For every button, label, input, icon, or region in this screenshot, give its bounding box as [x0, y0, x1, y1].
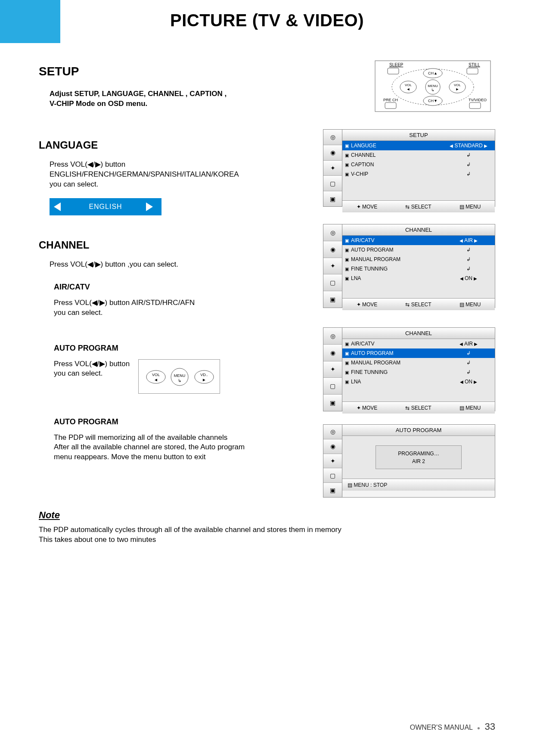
osd-row-value [445, 171, 492, 177]
language-selector-value: ENGLISH [89, 203, 122, 211]
osd-row-key: CAPTION [351, 162, 445, 168]
osd-row-value [445, 256, 492, 262]
osd-row-key: LNA [351, 275, 445, 281]
osd-sidebar-icon-5[interactable]: ▣ [323, 483, 342, 497]
enter-icon[interactable] [466, 171, 471, 177]
bullet-icon: ▣ [345, 361, 351, 365]
osd-sidebar-icon-4[interactable]: ▢ [323, 468, 342, 483]
enter-icon[interactable] [466, 369, 471, 375]
enter-icon[interactable] [466, 256, 471, 262]
arrow-left-icon[interactable]: ◀ [459, 380, 465, 384]
osd-row[interactable]: ▣V-CHIP [342, 169, 495, 179]
osd-sidebar: ◎ ◉ ✦ ▢ ▣ [323, 224, 342, 308]
osd-row[interactable]: ▣MANUAL PROGRAM [342, 255, 495, 264]
osd-sidebar-icon-4[interactable]: ▢ [323, 378, 342, 395]
osd-sidebar: ◎ ◉ ✦ ▢ ▣ [323, 130, 342, 206]
osd-row[interactable]: ▣LNA◀ON▶ [342, 274, 495, 283]
osd-row-key: CHANNEL [351, 152, 445, 158]
page-title: PICTURE (TV & VIDEO) [0, 11, 534, 30]
osd-auto-box: PROGRAMING… AIR 2 [376, 445, 462, 469]
osd-channel-1-rows: ▣AIR/CATV◀AIR▶▣AUTO PROGRAM▣MANUAL PROGR… [342, 236, 495, 283]
bullet-icon: ▣ [345, 351, 351, 356]
osd-row[interactable]: ▣AUTO PROGRAM [342, 348, 495, 358]
osd-row-key: MANUAL PROGRAM [351, 360, 445, 366]
osd-sidebar-icon-3[interactable]: ✦ [323, 361, 342, 378]
svg-text:VOL: VOL [152, 373, 160, 377]
osd-row[interactable]: ▣LNA◀ON▶ [342, 377, 495, 386]
osd-sidebar-icon-2[interactable]: ◉ [323, 145, 342, 161]
osd-row[interactable]: ▣FINE TUNNING [342, 264, 495, 274]
arrow-right-icon[interactable] [146, 202, 153, 211]
osd-sidebar-icon-1[interactable]: ◎ [323, 425, 342, 439]
osd-sidebar-icon-1[interactable]: ◎ [323, 224, 342, 241]
osd-row[interactable]: ▣CAPTION [342, 160, 495, 169]
osd-row-value [445, 162, 492, 168]
osd-row-key: AIR/CATV [351, 341, 445, 347]
osd-row-value [445, 369, 492, 375]
arrow-right-icon[interactable]: ▶ [483, 143, 489, 148]
osd-row[interactable]: ▣FINE TUNNING [342, 367, 495, 377]
osd-sidebar-icon-2[interactable]: ◉ [323, 439, 342, 454]
osd-sidebar-icon-3[interactable]: ✦ [323, 258, 342, 275]
osd-sidebar-icon-5[interactable]: ▣ [323, 291, 342, 308]
arrow-left-icon[interactable]: ◀ [458, 342, 464, 346]
svg-text:◄: ◄ [154, 377, 158, 382]
enter-icon[interactable] [466, 152, 471, 158]
bullet-icon: ▣ [345, 162, 351, 167]
arrow-left-icon[interactable]: ◀ [459, 276, 465, 281]
osd-row[interactable]: ▣AUTO PROGRAM [342, 245, 495, 255]
osd-auto-footer: ▤ MENU : STOP [342, 479, 495, 491]
osd-row-key: V-CHIP [351, 171, 445, 177]
arrow-right-icon[interactable]: ▶ [472, 380, 478, 384]
osd-setup-rows: ▣LANGUGE◀STANDARD▶▣CHANNEL▣CAPTION▣V-CHI… [342, 141, 495, 179]
osd-row-value [445, 360, 492, 366]
enter-icon[interactable] [466, 266, 471, 272]
language-selector[interactable]: ENGLISH [50, 198, 161, 215]
setup-body: Adjust SETUP, LANGUAGE, CHANNEL , CAPTIO… [50, 89, 230, 109]
osd-sidebar-icon-4[interactable]: ▢ [323, 176, 342, 191]
osd-channel-2-footer: ✦ MOVE ⇆ SELECT ▤ MENU [342, 401, 495, 414]
enter-icon[interactable] [466, 247, 471, 253]
mini-remote-diagram: VOL ◄ MENU ↳ VD.. ► [138, 359, 220, 394]
osd-footer-move: ✦ MOVE [357, 302, 378, 308]
svg-text:MENU: MENU [174, 373, 186, 378]
osd-sidebar-icon-3[interactable]: ✦ [323, 161, 342, 176]
bullet-icon: ▣ [345, 267, 351, 271]
osd-sidebar-icon-1[interactable]: ◎ [323, 328, 342, 345]
bullet-icon: ▣ [345, 153, 351, 158]
arrow-left-icon[interactable] [54, 202, 61, 211]
osd-channel-1-footer: ✦ MOVE ⇆ SELECT ▤ MENU [342, 298, 495, 310]
arrow-right-icon[interactable]: ▶ [473, 238, 479, 243]
osd-sidebar-icon-3[interactable]: ✦ [323, 454, 342, 469]
footer-label: OWNER'S MANUAL [410, 724, 473, 731]
osd-row[interactable]: ▣AIR/CATV◀AIR▶ [342, 236, 495, 245]
arrow-left-icon[interactable]: ◀ [458, 238, 464, 243]
svg-text:VD..: VD.. [200, 373, 208, 377]
osd-row[interactable]: ▣AIR/CATV◀AIR▶ [342, 339, 495, 348]
osd-auto-line1: PROGRAMING… [398, 451, 439, 457]
osd-auto-title: AUTO PROGRAM [342, 425, 495, 436]
osd-sidebar-icon-4[interactable]: ▢ [323, 274, 342, 291]
enter-icon[interactable] [466, 350, 471, 356]
enter-icon[interactable] [466, 162, 471, 168]
arrow-right-icon[interactable]: ▶ [472, 276, 478, 281]
osd-sidebar-icon-2[interactable]: ◉ [323, 345, 342, 361]
osd-footer-menu: ▤ MENU [459, 204, 481, 210]
osd-sidebar-icon-5[interactable]: ▣ [323, 395, 342, 411]
osd-footer-select: ⇆ SELECT [405, 204, 431, 210]
osd-row[interactable]: ▣LANGUGE◀STANDARD▶ [342, 141, 495, 150]
arrow-left-icon[interactable]: ◀ [448, 143, 454, 148]
osd-setup: ◎ ◉ ✦ ▢ ▣ SETUP ▣LANGUGE◀STANDARD▶▣CHANN… [323, 129, 495, 207]
osd-auto-line2: AIR 2 [412, 458, 425, 464]
osd-sidebar-icon-5[interactable]: ▣ [323, 191, 342, 206]
osd-row[interactable]: ▣MANUAL PROGRAM [342, 358, 495, 367]
arrow-right-icon[interactable]: ▶ [473, 342, 479, 346]
footer-page-number: 33 [485, 721, 495, 732]
enter-icon[interactable] [466, 360, 471, 366]
setup-heading: SETUP [39, 65, 495, 78]
osd-sidebar-icon-1[interactable]: ◎ [323, 130, 342, 145]
osd-row-key: MANUAL PROGRAM [351, 256, 445, 262]
osd-row[interactable]: ▣CHANNEL [342, 150, 495, 160]
osd-sidebar-icon-2[interactable]: ◉ [323, 241, 342, 258]
osd-row-value: ◀AIR▶ [445, 237, 492, 243]
